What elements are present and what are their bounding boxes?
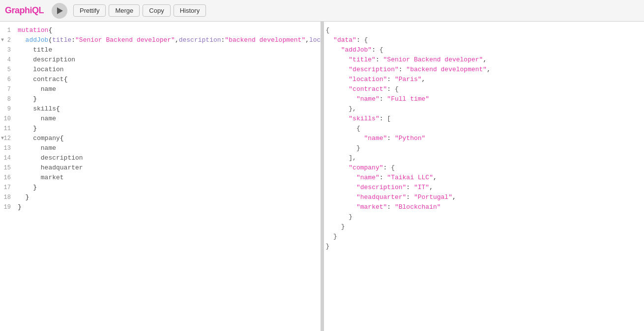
fold-arrow-icon[interactable]: ▼ (1, 35, 4, 45)
response-token: "addJob" (341, 46, 372, 54)
response-line: } (324, 242, 644, 251)
response-token: { (326, 27, 330, 34)
toolbar: GraphiQL Prettify Merge Copy History (0, 0, 644, 22)
merge-button[interactable]: Merge (109, 4, 140, 17)
run-button[interactable] (52, 3, 67, 19)
response-line-content: "description": "backend development", (324, 65, 644, 75)
response-token: : (387, 85, 395, 93)
line-number: 19 (0, 202, 16, 212)
line-content: name (16, 143, 321, 153)
token-punc: { (48, 27, 52, 34)
editor-line: ▼2 addJob(title:"Senior Backend develope… (0, 35, 321, 45)
response-token: "Blockchain" (395, 203, 441, 211)
response-token: { (356, 125, 360, 132)
response-token: : (387, 203, 395, 211)
response-line: "name": "Full time" (324, 94, 644, 104)
response-token (326, 184, 356, 191)
response-line-content: "market": "Blockchain" (324, 202, 644, 212)
line-content: company{ (16, 134, 321, 143)
response-token (326, 164, 349, 171)
editor-line: 3 title (0, 45, 321, 55)
editor-line: ▼12 company{ (0, 134, 321, 143)
editor-line: 17 } (0, 183, 321, 193)
token-field: headquarter (18, 164, 83, 171)
response-line-content: "contract": { (324, 84, 644, 94)
app-title: GraphiQL (5, 5, 44, 16)
panel-divider[interactable] (321, 22, 324, 331)
response-line: "location": "Paris", (324, 75, 644, 84)
prettify-button[interactable]: Prettify (73, 4, 106, 17)
response-token: "description" (356, 184, 406, 191)
response-panel[interactable]: { "data": { "addJob": { "title": "Senior… (324, 22, 644, 331)
response-token: "location" (349, 76, 387, 83)
token-field: name (18, 85, 56, 93)
line-number: 17 (0, 183, 16, 193)
response-token: : (380, 174, 387, 181)
token-field: name (18, 144, 56, 152)
editor-line: 15 headquarter (0, 163, 321, 173)
line-number: 14 (0, 153, 16, 163)
response-token: : (387, 76, 395, 83)
token-field: company (18, 135, 60, 142)
editor-line: 18 } (0, 193, 321, 202)
response-token: } (333, 233, 337, 240)
response-line: "headquarter": "Portugal", (324, 193, 644, 202)
response-token: } (326, 243, 330, 250)
response-token: "Paris" (395, 76, 422, 83)
line-content: } (16, 94, 321, 104)
response-token (326, 66, 349, 73)
response-line: { (324, 26, 644, 35)
response-token (326, 135, 364, 142)
editor-content[interactable]: 1mutation{▼2 addJob(title:"Senior Backen… (0, 22, 321, 331)
response-line: "name": "Taikai LLC", (324, 173, 644, 183)
token-fn: addJob (18, 36, 48, 44)
response-line: "contract": { (324, 84, 644, 94)
response-token (326, 223, 341, 230)
line-number: ▼12 (0, 134, 16, 143)
token-punc: } (18, 203, 22, 211)
response-token: }, (349, 105, 356, 112)
editor-code[interactable]: 1mutation{▼2 addJob(title:"Senior Backen… (0, 22, 321, 216)
token-field: skills (18, 105, 56, 112)
response-line-content: "headquarter": "Portugal", (324, 193, 644, 202)
line-content: } (16, 124, 321, 134)
response-token: "name" (356, 174, 380, 181)
token-field: contract (18, 76, 64, 83)
line-content: name (16, 84, 321, 94)
fold-arrow-icon[interactable]: ▼ (1, 134, 4, 143)
response-token (326, 213, 349, 221)
response-token (326, 154, 349, 162)
response-token: } (349, 213, 352, 221)
token-field: market (18, 174, 64, 181)
response-line: } (324, 143, 644, 153)
editor-panel: 1mutation{▼2 addJob(title:"Senior Backen… (0, 22, 321, 331)
response-line: { (324, 124, 644, 134)
response-line-content: "title": "Senior Backend developer", (324, 55, 644, 65)
line-content: } (16, 202, 321, 212)
response-token: "name" (364, 135, 387, 142)
response-line-content: "description": "IT", (324, 183, 644, 193)
line-number: 10 (0, 114, 16, 124)
response-token (326, 144, 356, 152)
response-line-content: } (324, 232, 644, 242)
response-token: "name" (356, 95, 380, 103)
editor-line: 5 location (0, 65, 321, 75)
line-content: contract{ (16, 75, 321, 84)
response-line: } (324, 212, 644, 222)
editor-line: 13 name (0, 143, 321, 153)
editor-line: 1mutation{ (0, 26, 321, 35)
token-punc: , (305, 36, 309, 44)
token-field: description (18, 154, 83, 162)
token-kw: mutation (18, 27, 48, 34)
editor-line: 19} (0, 202, 321, 212)
response-token: , (483, 56, 487, 63)
response-line-content: "location": "Paris", (324, 75, 644, 84)
line-number: 1 (0, 26, 16, 35)
response-line-content: } (324, 143, 644, 153)
line-number: 18 (0, 193, 16, 202)
line-content: location (16, 65, 321, 75)
response-token (326, 46, 341, 54)
token-punc: { (64, 76, 68, 83)
history-button[interactable]: History (174, 4, 206, 17)
copy-button[interactable]: Copy (143, 4, 170, 17)
